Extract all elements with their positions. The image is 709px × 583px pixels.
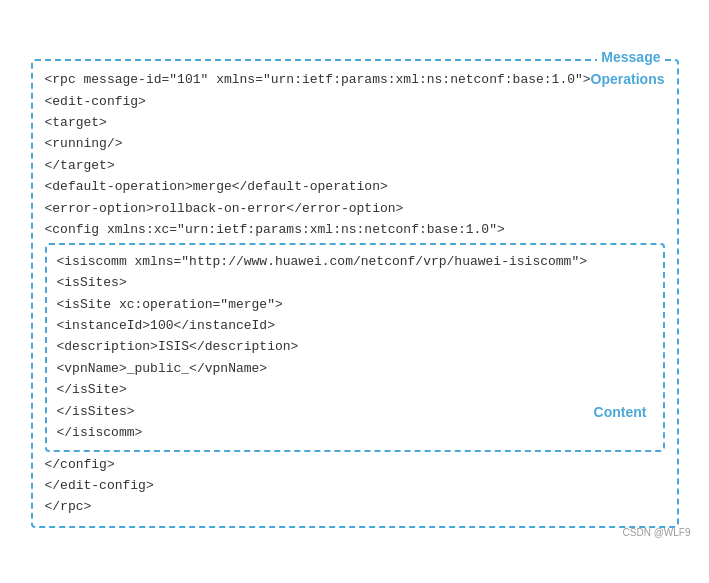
config-open: <config xmlns:xc="urn:ietf:params:xml:ns… [45, 219, 665, 240]
rpc-close: </rpc> [45, 496, 665, 517]
rpc-open: <rpc message-id="101" xmlns="urn:ietf:pa… [45, 69, 665, 90]
watermark: CSDN @WLF9 [623, 527, 691, 538]
label-message: Message [597, 49, 664, 65]
issite-open: <isSite xc:operation="merge"> [57, 294, 653, 315]
default-op: <default-operation>merge</default-operat… [45, 176, 665, 197]
edit-config-open: <edit-config> [45, 91, 665, 112]
instance-id: <instanceId>100</instanceId> [57, 315, 653, 336]
isiscomm-open: <isiscomm xmlns="http://www.huawei.com/n… [57, 251, 653, 272]
issites-open: <isSites> [57, 272, 653, 293]
content-box: <isiscomm xmlns="http://www.huawei.com/n… [45, 243, 665, 452]
main-container: Message Operations <rpc message-id="101"… [15, 43, 695, 540]
label-content: Content [594, 404, 647, 420]
edit-config-close: </edit-config> [45, 475, 665, 496]
target-close: </target> [45, 155, 665, 176]
error-opt: <error-option>rollback-on-error</error-o… [45, 198, 665, 219]
running: <running/> [45, 133, 665, 154]
config-close: </config> [45, 454, 665, 475]
description: <description>ISIS</description> [57, 336, 653, 357]
vpn-name: <vpnName>_public_</vpnName> [57, 358, 653, 379]
isiscomm-close: </isiscomm> [57, 422, 653, 443]
issite-close: </isSite> [57, 379, 653, 400]
label-operations: Operations [591, 71, 665, 87]
message-box: Message Operations <rpc message-id="101"… [31, 59, 679, 528]
issites-close: </isSites> [57, 401, 653, 422]
target-open: <target> [45, 112, 665, 133]
